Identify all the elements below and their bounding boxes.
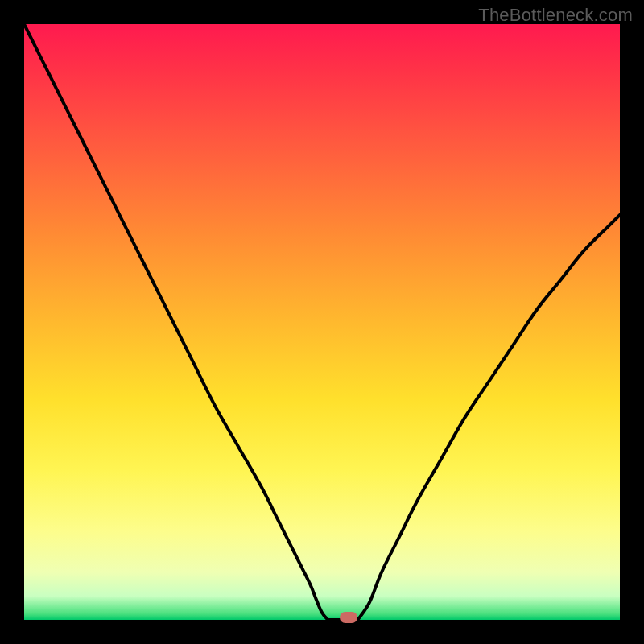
bottleneck-curve: [24, 24, 620, 620]
curve-path: [24, 24, 620, 620]
chart-frame: TheBottleneck.com: [0, 0, 644, 644]
optimal-point-marker: [340, 612, 357, 623]
plot-area-gradient: [24, 24, 620, 620]
watermark-text: TheBottleneck.com: [478, 5, 633, 26]
